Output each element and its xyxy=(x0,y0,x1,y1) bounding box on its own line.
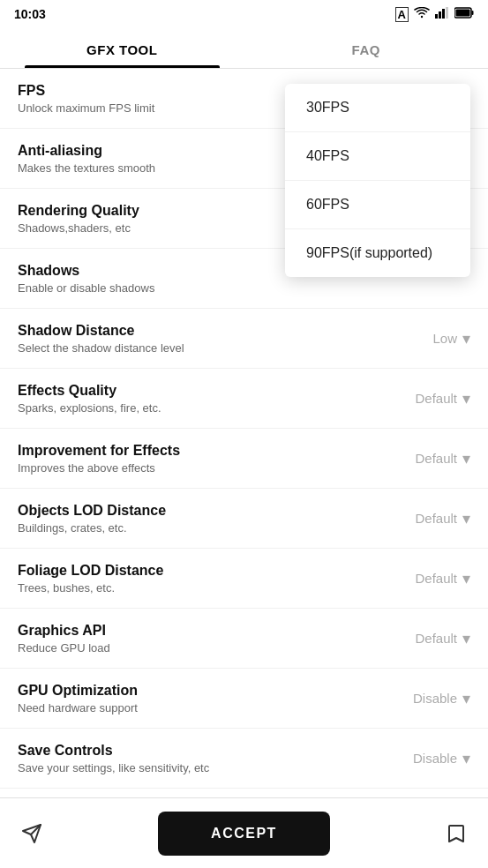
improvement-for-effects-arrow: ▾ xyxy=(462,449,470,468)
save-controls-desc: Save your settings, like sensitivity, et… xyxy=(18,761,382,774)
setting-graphics-api: Graphics API Reduce GPU load Default ▾ xyxy=(0,609,488,669)
bookmark-icon xyxy=(446,823,467,844)
improvement-for-effects-title: Improvement for Effects xyxy=(18,443,382,459)
shadow-distance-value: Low xyxy=(432,331,457,346)
wifi-icon xyxy=(414,7,430,21)
setting-objects-lod-distance: Objects LOD Distance Buildings, crates, … xyxy=(0,489,488,549)
graphics-api-title: Graphics API xyxy=(18,623,382,639)
svg-rect-6 xyxy=(472,11,474,15)
effects-quality-desc: Sparks, explosions, fire, etc. xyxy=(18,401,382,415)
effects-quality-control[interactable]: Default ▾ xyxy=(382,389,470,408)
signal-icon xyxy=(435,7,449,21)
shadow-distance-arrow: ▾ xyxy=(462,329,470,348)
graphics-api-control[interactable]: Default ▾ xyxy=(382,629,470,648)
status-time: 10:03 xyxy=(14,7,46,21)
status-icons: A xyxy=(395,7,474,22)
shadows-desc: Enable or disable shadows xyxy=(18,281,382,295)
shadow-distance-desc: Select the shadow distance level xyxy=(18,341,382,355)
bookmark-button[interactable] xyxy=(446,823,467,844)
foliage-lod-distance-value: Default xyxy=(415,571,457,586)
gpu-optimization-title: GPU Optimization xyxy=(18,683,382,699)
objects-lod-distance-control[interactable]: Default ▾ xyxy=(382,509,470,528)
setting-effects-quality: Effects Quality Sparks, explosions, fire… xyxy=(0,369,488,429)
save-controls-title: Save Controls xyxy=(18,743,382,759)
shadow-distance-control[interactable]: Low ▾ xyxy=(382,329,470,348)
gpu-optimization-value: Disable xyxy=(413,691,457,706)
foliage-lod-distance-title: Foliage LOD Distance xyxy=(18,563,382,579)
svg-point-0 xyxy=(421,16,423,18)
save-controls-arrow: ▾ xyxy=(462,749,470,768)
graphics-api-value: Default xyxy=(415,631,457,646)
foliage-lod-distance-control[interactable]: Default ▾ xyxy=(382,569,470,588)
graphics-api-arrow: ▾ xyxy=(462,629,470,648)
setting-shadow-distance: Shadow Distance Select the shadow distan… xyxy=(0,309,488,369)
foliage-lod-distance-arrow: ▾ xyxy=(462,569,470,588)
fps-option-60[interactable]: 60FPS xyxy=(285,181,470,229)
shadow-distance-title: Shadow Distance xyxy=(18,323,382,339)
svg-rect-2 xyxy=(439,11,441,19)
save-controls-value: Disable xyxy=(413,751,457,766)
objects-lod-distance-value: Default xyxy=(415,511,457,526)
save-controls-control[interactable]: Disable ▾ xyxy=(382,749,470,768)
svg-rect-1 xyxy=(435,14,438,19)
share-icon xyxy=(21,823,42,844)
setting-save-controls: Save Controls Save your settings, like s… xyxy=(0,729,488,789)
effects-quality-value: Default xyxy=(415,391,457,406)
fps-option-40[interactable]: 40FPS xyxy=(285,132,470,181)
setting-gpu-optimization: GPU Optimization Need hardware support D… xyxy=(0,669,488,729)
improvement-for-effects-value: Default xyxy=(415,451,457,466)
share-button[interactable] xyxy=(21,823,42,844)
accept-button[interactable]: ACCEPT xyxy=(158,812,330,856)
gpu-optimization-arrow: ▾ xyxy=(462,689,470,708)
tab-faq[interactable]: FAQ xyxy=(244,28,489,68)
effects-quality-title: Effects Quality xyxy=(18,383,382,399)
objects-lod-distance-arrow: ▾ xyxy=(462,509,470,528)
battery-icon xyxy=(454,7,474,21)
effects-quality-arrow: ▾ xyxy=(462,389,470,408)
improvement-for-effects-desc: Improves the above effects xyxy=(18,461,382,475)
tab-bar: GFX TOOL FAQ xyxy=(0,28,488,69)
graphics-api-desc: Reduce GPU load xyxy=(18,641,382,655)
svg-rect-4 xyxy=(446,7,448,19)
setting-foliage-lod-distance: Foliage LOD Distance Trees, bushes, etc.… xyxy=(0,549,488,609)
gpu-optimization-desc: Need hardware support xyxy=(18,701,382,715)
fps-option-30[interactable]: 30FPS xyxy=(285,84,470,132)
gpu-optimization-control[interactable]: Disable ▾ xyxy=(382,689,470,708)
tab-gfx-tool[interactable]: GFX TOOL xyxy=(0,28,244,68)
foliage-lod-distance-desc: Trees, bushes, etc. xyxy=(18,581,382,595)
setting-improvement-for-effects: Improvement for Effects Improves the abo… xyxy=(0,429,488,489)
bottom-bar: ACCEPT xyxy=(0,797,488,868)
objects-lod-distance-title: Objects LOD Distance xyxy=(18,503,382,519)
fps-option-90[interactable]: 90FPS(if supported) xyxy=(285,229,470,277)
fps-dropdown: 30FPS 40FPS 60FPS 90FPS(if supported) xyxy=(285,84,470,277)
svg-rect-3 xyxy=(442,9,445,19)
status-bar: 10:03 A xyxy=(0,0,488,28)
improvement-for-effects-control[interactable]: Default ▾ xyxy=(382,449,470,468)
keyboard-icon: A xyxy=(395,7,409,22)
svg-rect-7 xyxy=(456,10,470,17)
objects-lod-distance-desc: Buildings, crates, etc. xyxy=(18,521,382,535)
